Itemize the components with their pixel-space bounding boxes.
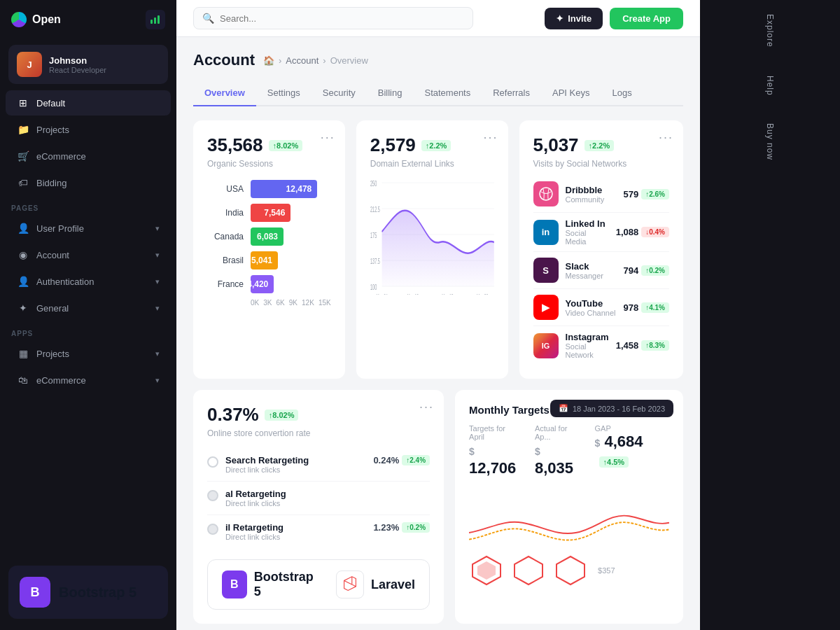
svg-text:212.5: 212.5 [370,206,380,214]
stat-badge-up: ↑8.02% [269,140,303,151]
sidebar-item-projects-app[interactable]: ▦ Projects ▾ [6,341,171,366]
tab-overview[interactable]: Overview [193,80,256,106]
search-input[interactable] [220,13,464,24]
laravel-framework-item: Laravel [336,570,415,598]
grid-icon: ⊞ [17,97,29,109]
social-item-youtube: ▶ YouTube Video Channel 978 ↑4.1% [533,289,669,326]
stat-badge-up: ↑2.2% [421,140,451,151]
bootstrap-label: Bootstrap 5 [59,584,136,601]
dribbble-logo [533,181,559,206]
create-app-button[interactable]: Create App [610,8,683,29]
card-menu-icon[interactable]: ··· [484,130,498,145]
targets-chart [469,491,669,547]
social-info: Slack Messanger [566,261,617,280]
store-icon: 🛒 [17,150,29,162]
social-badge: ↑0.2% [641,265,669,276]
buy-now-action[interactable]: Buy now [760,109,780,174]
social-count: 1,458 ↑8.3% [616,340,669,351]
page-header: Account 🏠 › Account › Overview [193,51,683,69]
sidebar-item-label: Projects [36,125,69,135]
bar-fill-brasil: 5,041 [251,251,278,270]
sidebar-item-user-profile[interactable]: 👤 User Profile ▾ [6,216,171,241]
retargeting-sub: Direct link clicks [225,499,430,507]
svg-text:May 10: May 10 [407,292,418,295]
retargeting-list: Search Retargeting Direct link clicks 0.… [207,448,430,548]
tab-referrals[interactable]: Referrals [482,80,541,106]
retargeting-info: il Retargeting Direct link clicks [225,522,366,541]
stat-badge-up: ↑2.2% [584,140,615,151]
bar-row-france: France 4,420 [207,275,331,293]
bar-row-brasil: Brasil 5,041 [207,251,331,270]
tab-settings[interactable]: Settings [256,80,312,106]
social-badge: ↑4.1% [641,302,669,313]
breadcrumb-separator: › [323,55,326,66]
social-visits-card: 5,037 ↑2.2% Visits by Social Networks ··… [519,120,683,379]
bar-row-usa: USA 12,478 [207,180,331,198]
card-menu-icon[interactable]: ··· [419,400,434,414]
gap-item: GAP $ 4,684 ↑4.5% [595,424,669,477]
tab-api-keys[interactable]: API Keys [541,80,601,106]
retargeting-item-al: al Retargeting Direct link clicks [207,482,430,515]
home-icon[interactable]: 🏠 [263,55,274,66]
search-box[interactable]: 🔍 [193,7,473,29]
topbar-actions: ✦ Invite Create App [545,8,683,29]
sidebar-item-label: General [36,303,69,314]
social-info: Linked In Social Media [566,218,609,246]
explore-action[interactable]: Explore [760,0,780,62]
retargeting-pct: 0.24% ↑2.4% [373,455,430,465]
social-item-instagram: IG Instagram Social Network 1,458 ↑8.3% [533,326,669,365]
conversion-badge: ↑8.02% [265,410,299,421]
conversion-value: 0.37% ↑8.02% [207,404,430,426]
tab-statements[interactable]: Statements [413,80,482,106]
tab-logs[interactable]: Logs [601,80,643,106]
target-value: $ 12,706 [469,441,518,477]
social-type: Community [566,195,617,204]
bootstrap-fw-label: Bootstrap 5 [254,570,316,599]
help-action[interactable]: Help [760,62,780,110]
instagram-logo: IG [533,333,559,358]
tag-icon: 🏷 [17,176,29,189]
sidebar-item-authentication[interactable]: 👤 Authentication ▾ [6,269,171,294]
user-info: Johnson React Developer [49,55,106,74]
laravel-fw-icon [336,570,364,598]
project-app-icon: ▦ [17,347,29,360]
card-menu-icon[interactable]: ··· [321,130,335,145]
tab-security[interactable]: Security [312,80,367,106]
svg-marker-21 [556,556,584,584]
sidebar-item-account[interactable]: ◉ Account ▾ [6,242,171,267]
conversion-card: 0.37% ↑8.02% Online store convertion rat… [193,390,444,624]
social-name: YouTube [566,298,617,309]
logo-left: Open [11,12,61,27]
social-name: Linked In [566,218,609,229]
logo-dot-icon [11,12,27,27]
right-panel: Explore Help Buy now [700,0,840,630]
stat-value: 35,568 ↑8.02% [207,134,331,156]
user-card[interactable]: J Johnson React Developer [8,45,168,84]
bar-row-canada: Canada 6,083 [207,227,331,246]
sidebar-item-projects[interactable]: 📁 Projects [6,117,171,142]
invite-button[interactable]: ✦ Invite [545,8,603,29]
page-content: Account 🏠 › Account › Overview Overview … [176,37,700,630]
chart-icon[interactable] [146,10,165,29]
line-chart: 250 212.5 175 137.5 100 [370,176,494,298]
sidebar-item-general[interactable]: ✦ General ▾ [6,295,171,321]
bootstrap-framework-item: B Bootstrap 5 [222,570,316,599]
social-item-linkedin: in Linked In Social Media 1,088 ↓0.4% [533,213,669,252]
bootstrap-icon: B [20,577,50,608]
sidebar-item-label: eCommerce [36,151,86,162]
target-label: Actual for Ap... [535,424,578,441]
bootstrap-item: B Bootstrap 5 [20,577,136,608]
sidebar-item-ecommerce-app[interactable]: 🛍 eCommerce ▾ [6,368,171,393]
radio-circle [207,524,218,535]
chevron-down-icon: ▾ [155,376,160,385]
tab-billing[interactable]: Billing [367,80,414,106]
search-icon: 🔍 [202,13,214,24]
stat-value: 2,579 ↑2.2% [370,134,494,156]
breadcrumb-parent[interactable]: Account [286,55,318,66]
sidebar-item-ecommerce[interactable]: 🛒 eCommerce [6,144,171,169]
card-menu-icon[interactable]: ··· [659,130,673,145]
sidebar-item-default[interactable]: ⊞ Default [6,90,171,115]
sidebar-item-bidding[interactable]: 🏷 Bidding [6,170,171,195]
bar-axis: 0K 3K 6K 9K 12K 15K [207,299,331,307]
bar-fill-france: 4,420 [251,275,274,293]
